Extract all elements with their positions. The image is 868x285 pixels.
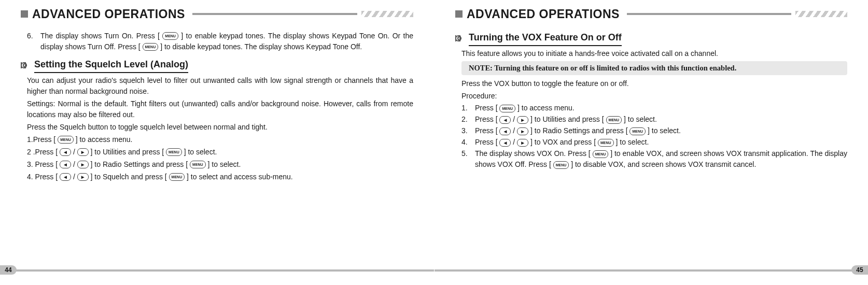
header-bar: ADVANCED OPERATIONS: [455, 5, 847, 23]
text: ] to disable VOX, and screen shows VOX t…: [571, 160, 756, 168]
right-arrow-icon: ►: [517, 127, 528, 135]
text: /: [73, 160, 75, 168]
menu-button-icon: MENU: [169, 173, 185, 181]
text: 4. Press [: [27, 173, 58, 181]
menu-button-icon: MENU: [553, 161, 569, 169]
section-heading: Turning the VOX Feature On or Off: [455, 31, 847, 46]
paragraph: You can adjust your radio's squelch leve…: [27, 75, 413, 97]
step-number: 4.: [461, 137, 471, 148]
page-body: 6. The display shows Turn On. Press [ ME…: [21, 31, 413, 182]
text: 1.Press [: [27, 135, 55, 144]
text: ] to Utilities and press [: [91, 148, 164, 156]
text: ] to disable keypad tones. The display s…: [160, 42, 362, 51]
left-arrow-icon: ◄: [499, 116, 511, 124]
paragraph: Press the Squelch button to toggle squel…: [27, 122, 413, 133]
menu-button-icon: MENU: [58, 136, 74, 144]
step-4: 4. Press [ ◄ / ► ] to VOX and press [ ME…: [461, 137, 847, 148]
text: Press [: [475, 126, 498, 135]
menu-button-icon: MENU: [606, 116, 622, 124]
step-3: 3. Press [ ◄ / ► ] to Radio Settings and…: [27, 159, 413, 170]
text: ] to Radio Settings and press [: [91, 160, 188, 168]
step-2: 2 .Press [ ◄ / ► ] to Utilities and pres…: [27, 147, 413, 158]
right-arrow-icon: ►: [77, 148, 89, 156]
paragraph: This feature allows you to initiate a ha…: [461, 48, 847, 59]
paragraph: Press the VOX button to toggle the featu…: [461, 78, 847, 89]
step-number: 5.: [461, 148, 471, 170]
step-4: 4. Press [ ◄ / ► ] to Squelch and press …: [27, 172, 413, 182]
header-rule: [627, 13, 791, 15]
text: /: [73, 173, 75, 181]
text: ] to Squelch and press [: [91, 173, 167, 181]
menu-button-icon: MENU: [162, 32, 178, 40]
right-arrow-icon: ►: [517, 139, 528, 147]
right-arrow-icon: ►: [77, 161, 89, 168]
text: ] to select.: [616, 138, 649, 146]
right-arrow-icon: ►: [517, 116, 528, 124]
square-bullet-icon: [455, 10, 463, 18]
footer-rule: [435, 269, 868, 272]
text: ] to select.: [184, 148, 217, 156]
text: ] to Radio Settings and press [: [530, 126, 628, 135]
menu-button-icon: MENU: [598, 139, 614, 147]
step-number: 1.: [461, 103, 471, 113]
page-title: ADVANCED OPERATIONS: [467, 5, 620, 23]
text: ] to select.: [624, 115, 657, 123]
text: 3. Press [: [27, 160, 58, 168]
menu-button-icon: MENU: [143, 43, 159, 51]
step-number: 3.: [461, 125, 471, 136]
text: ] to select.: [648, 126, 681, 135]
text: ] to select.: [208, 160, 241, 168]
square-bullet-icon: [21, 10, 28, 18]
menu-button-icon: MENU: [499, 105, 515, 112]
left-arrow-icon: ◄: [60, 148, 71, 156]
page-body: Turning the VOX Feature On or Off This f…: [455, 31, 847, 170]
page-number: 44: [0, 265, 17, 275]
section-heading: Setting the Squelch Level (Analog): [21, 58, 413, 73]
note-box: NOTE: Turning this feature on or off is …: [461, 61, 847, 76]
page-left: ADVANCED OPERATIONS 6. The display shows…: [0, 0, 434, 285]
left-arrow-icon: ◄: [499, 139, 511, 147]
header-bar: ADVANCED OPERATIONS: [21, 5, 413, 23]
step-1: 1.Press [ MENU ] to access menu.: [27, 134, 413, 145]
step-2: 2. Press [ ◄ / ► ] to Utilities and pres…: [461, 114, 847, 125]
page-title: ADVANCED OPERATIONS: [32, 5, 185, 23]
left-arrow-icon: ◄: [60, 161, 71, 168]
signal-icon: [455, 34, 465, 42]
text: 2 .Press [: [27, 148, 58, 156]
step-number: 6.: [27, 31, 36, 52]
section-title: Setting the Squelch Level (Analog): [34, 58, 188, 73]
menu-button-icon: MENU: [166, 148, 182, 156]
text: The display shows VOX On. Press [: [475, 149, 591, 158]
text: Press [: [475, 138, 498, 146]
step-6: 6. The display shows Turn On. Press [ ME…: [27, 31, 413, 52]
page-number: 45: [851, 265, 868, 275]
left-arrow-icon: ◄: [499, 127, 511, 135]
text: Press [: [475, 104, 498, 112]
right-arrow-icon: ►: [77, 173, 89, 181]
paragraph: Settings: Normal is the default. Tight f…: [27, 98, 413, 120]
hatch-decoration-icon: [361, 11, 413, 17]
text: ] to select and access sub-menu.: [187, 173, 293, 181]
text: ] to access menu.: [76, 135, 133, 144]
text: /: [513, 138, 515, 146]
text: /: [513, 115, 515, 123]
step-1: 1. Press [ MENU ] to access menu.: [461, 103, 847, 113]
text: /: [73, 148, 75, 156]
step-5: 5. The display shows VOX On. Press [ MEN…: [461, 148, 847, 170]
text: The display shows Turn On. Press [: [40, 32, 160, 40]
footer-rule: [0, 269, 434, 272]
page-spread: ADVANCED OPERATIONS 6. The display shows…: [0, 0, 868, 285]
text: ] to VOX and press [: [530, 138, 596, 146]
procedure-list: 1. Press [ MENU ] to access menu. 2. Pre…: [461, 103, 847, 170]
step-number: 2.: [461, 114, 471, 125]
hatch-decoration-icon: [795, 11, 847, 17]
step-3: 3. Press [ ◄ / ► ] to Radio Settings and…: [461, 125, 847, 136]
text: ] to Utilities and press [: [530, 115, 604, 123]
text: ] to access menu.: [517, 104, 575, 112]
menu-button-icon: MENU: [190, 161, 206, 168]
text: Press [: [475, 115, 498, 123]
menu-button-icon: MENU: [593, 150, 609, 158]
left-arrow-icon: ◄: [60, 173, 71, 181]
signal-icon: [21, 61, 30, 69]
paragraph: Procedure:: [461, 91, 847, 102]
